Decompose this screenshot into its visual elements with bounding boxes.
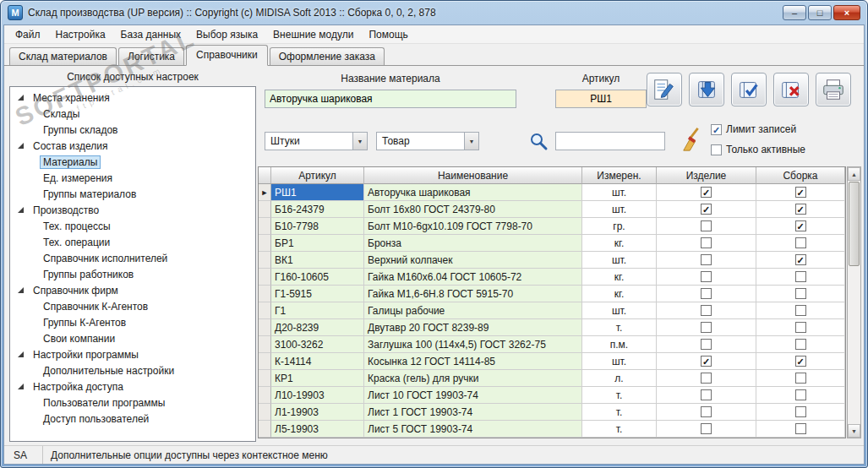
cell-article[interactable]: 3100-3262 [271, 336, 364, 353]
product-checkbox[interactable] [701, 220, 712, 231]
tree-child[interactable]: Группы К-Агентов [10, 314, 255, 330]
maximize-button[interactable]: □ [808, 5, 832, 20]
column-header[interactable]: Артикул [271, 167, 364, 184]
scroll-down-icon[interactable]: ▼ [848, 424, 860, 438]
cell-unit[interactable]: т. [582, 404, 657, 421]
product-checkbox[interactable] [701, 254, 712, 265]
menu-item[interactable]: Внешние модули [265, 27, 361, 42]
table-row[interactable]: Г1Галицы рабочиешт. [259, 302, 845, 319]
product-checkbox[interactable] [701, 271, 712, 282]
assembly-checkbox[interactable]: ✓ [795, 187, 806, 198]
product-checkbox[interactable]: ✓ [701, 204, 712, 215]
table-row[interactable]: Л5-19903Лист 5 ГОСТ 19903-74т. [259, 421, 845, 438]
tree-expander-icon[interactable] [18, 95, 24, 101]
assembly-checkbox[interactable] [795, 406, 806, 417]
cell-name[interactable]: Галицы рабочие [364, 302, 582, 319]
cell-article[interactable]: РШ1 [271, 184, 364, 201]
assembly-checkbox[interactable] [795, 423, 806, 434]
cell-unit[interactable]: кг. [582, 269, 657, 286]
tree-expander-icon[interactable] [18, 207, 24, 213]
cell-article[interactable]: Д20-8239 [271, 319, 364, 336]
titlebar[interactable]: M Склад производства (UP версия) :: Copy… [1, 1, 867, 24]
article-input[interactable] [555, 90, 647, 108]
cell-name[interactable]: Двутавр 20 ГОСТ 8239-89 [364, 319, 582, 336]
minimize-button[interactable]: – [783, 5, 806, 20]
apply-button[interactable] [731, 73, 767, 106]
tree-node[interactable]: Настройки программы [10, 346, 255, 362]
cell-name[interactable]: Гайка М1,6-6Н.8 ГОСТ 5915-70 [364, 286, 582, 302]
assembly-checkbox[interactable]: ✓ [795, 220, 806, 231]
assembly-checkbox[interactable] [795, 305, 806, 316]
tree-expander-icon[interactable] [18, 351, 24, 357]
delete-button[interactable] [773, 73, 809, 106]
cell-unit[interactable]: т. [582, 319, 657, 336]
cell-name[interactable]: Лист 1 ГОСТ 19903-74 [364, 404, 582, 421]
only-active-checkbox[interactable]: Только активные [711, 144, 805, 155]
chevron-down-icon[interactable]: ▼ [352, 133, 367, 150]
table-row[interactable]: Г160-10605Гайка М160х6.04 ГОСТ 10605-72к… [259, 269, 845, 286]
product-checkbox[interactable]: ✓ [701, 356, 712, 367]
cell-unit[interactable]: т. [582, 387, 657, 404]
table-row[interactable]: К-14114Косынка 12 ГОСТ 14114-85шт.✓✓ [259, 353, 845, 370]
cell-unit[interactable]: шт. [582, 353, 657, 370]
tree-child[interactable]: Справочник К-Агентов [10, 298, 255, 314]
tree-node[interactable]: Места хранения [10, 90, 255, 106]
cell-unit[interactable]: п.м. [582, 336, 657, 353]
tab[interactable]: Склад материалов [9, 47, 117, 65]
table-row[interactable]: ►РШ1Авторучка шариковаяшт.✓✓ [259, 184, 845, 201]
cell-article[interactable]: БР1 [271, 235, 364, 252]
cell-unit[interactable]: л. [582, 370, 657, 387]
tree-child[interactable]: Группы материалов [10, 186, 255, 202]
clear-filter-broom-icon[interactable] [680, 127, 706, 152]
tab[interactable]: Логистика [118, 47, 184, 65]
tree-node[interactable]: Состав изделия [10, 138, 255, 154]
tree-child[interactable]: Пользователи программы [10, 395, 255, 411]
cell-name[interactable]: Краска (гель) для ручки [364, 370, 582, 387]
assembly-checkbox[interactable] [795, 271, 806, 282]
scrollbar-thumb[interactable] [849, 182, 860, 266]
table-row[interactable]: БР1Бронзакг. [259, 235, 845, 252]
assembly-checkbox[interactable] [795, 322, 806, 333]
tab[interactable]: Справочники [186, 45, 268, 66]
assembly-checkbox[interactable]: ✓ [795, 204, 806, 215]
cell-unit[interactable]: шт. [582, 302, 657, 319]
table-row[interactable]: Д20-8239Двутавр 20 ГОСТ 8239-89т. [259, 319, 845, 336]
edit-button[interactable] [647, 73, 682, 106]
cell-unit[interactable]: кг. [582, 235, 657, 252]
product-checkbox[interactable] [701, 423, 712, 434]
cell-name[interactable]: Бронза [364, 235, 582, 252]
table-row[interactable]: 3100-3262Заглушка 100 (114х4,5) ГОСТ 326… [259, 336, 845, 353]
table-row[interactable]: Б16-24379Болт 16х80 ГОСТ 24379-80шт.✓✓ [259, 201, 845, 218]
product-checkbox[interactable] [701, 373, 712, 384]
tree-child[interactable]: Тех. операции [10, 234, 255, 250]
cell-article[interactable]: Г1 [271, 302, 364, 319]
tree-expander-icon[interactable] [18, 384, 24, 389]
cell-article[interactable]: Б10-7798 [271, 218, 364, 235]
scrollbar-track[interactable] [848, 181, 860, 424]
tree-expander-icon[interactable] [18, 287, 24, 293]
cell-article[interactable]: ВК1 [271, 252, 364, 269]
table-row[interactable]: КР1Краска (гель) для ручкил. [259, 370, 845, 387]
cell-unit[interactable]: т. [582, 421, 657, 438]
cell-unit[interactable]: шт. [582, 201, 657, 218]
vertical-scrollbar[interactable]: ▲ ▼ [847, 166, 861, 438]
cell-article[interactable]: Л10-19903 [271, 387, 364, 404]
table-row[interactable]: Г1-5915Гайка М1,6-6Н.8 ГОСТ 5915-70кг. [259, 286, 845, 302]
cell-name[interactable]: Косынка 12 ГОСТ 14114-85 [364, 353, 582, 370]
cell-name[interactable]: Болт М10-6gх10.109 ГОСТ 7798-70 [364, 218, 582, 235]
unit-select[interactable]: Штуки ▼ [265, 132, 368, 150]
menu-item[interactable]: Выбор языка [188, 27, 265, 42]
product-checkbox[interactable] [701, 389, 712, 400]
cell-unit[interactable]: шт. [582, 184, 657, 201]
tree-child[interactable]: Материалы [10, 154, 255, 170]
kind-select[interactable]: Товар ▼ [376, 132, 479, 150]
cell-name[interactable]: Болт 16х80 ГОСТ 24379-80 [364, 201, 582, 218]
table-row[interactable]: Л1-19903Лист 1 ГОСТ 19903-74т. [259, 404, 845, 421]
product-checkbox[interactable] [701, 322, 712, 333]
column-header[interactable]: Измерен. [582, 167, 657, 184]
cell-name[interactable]: Гайка М160х6.04 ГОСТ 10605-72 [364, 269, 582, 286]
cell-name[interactable]: Лист 5 ГОСТ 19903-74 [364, 421, 582, 438]
cell-name[interactable]: Верхний колпачек [364, 252, 582, 269]
cell-article[interactable]: Г160-10605 [271, 269, 364, 286]
assembly-checkbox[interactable] [795, 339, 806, 350]
